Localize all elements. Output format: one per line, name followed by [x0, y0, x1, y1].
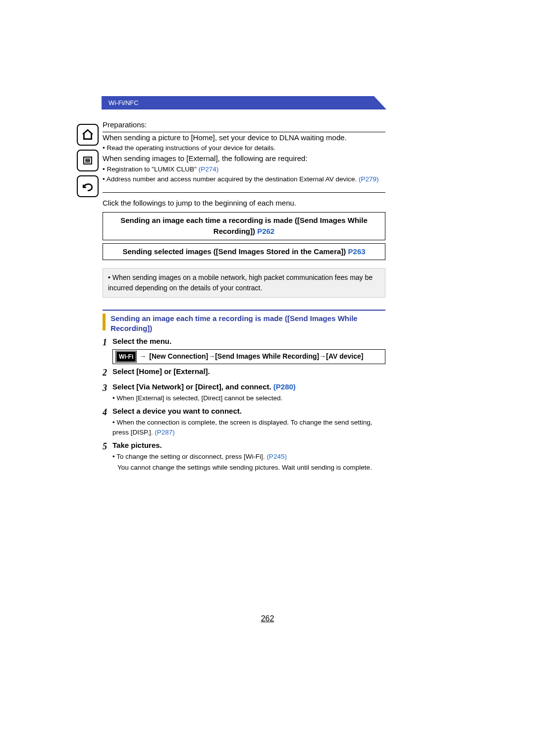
prep-bullet2a: • Registration to "LUMIX CLUB" (P274)	[103, 164, 385, 174]
home-icon[interactable]	[77, 124, 99, 146]
back-icon[interactable]	[77, 175, 99, 197]
step-4: 4 Select a device you want to connect. •…	[103, 406, 385, 438]
link-p279[interactable]: (P279)	[359, 175, 379, 183]
prep-bullet1: • Read the operating instructions of you…	[103, 143, 385, 153]
step-1: 1 Select the menu. Wi-Fi → [New Connecti…	[103, 336, 385, 364]
step-3: 3 Select [Via Network] or [Direct], and …	[103, 381, 385, 404]
prep-line1: When sending a picture to [Home], set yo…	[103, 132, 385, 144]
page-number: 262	[0, 614, 535, 623]
manual-page: Wi-Fi/NFC Preparations: When sending a p…	[0, 0, 535, 756]
link-p263[interactable]: P263	[348, 247, 366, 256]
wifi-chip: Wi-Fi	[116, 351, 136, 362]
arrow-icon: →	[139, 351, 146, 362]
sidebar-nav	[77, 124, 99, 197]
wifi-path-box: Wi-Fi → [New Connection]→[Send Images Wh…	[112, 349, 385, 364]
gold-accent-bar	[103, 314, 106, 330]
preparations-title: Preparations:	[103, 119, 385, 132]
link-p262[interactable]: P262	[257, 227, 274, 235]
jump-box-2[interactable]: Sending selected images ([Send Images St…	[103, 243, 385, 261]
step5-sub1: • To change the setting or disconnect, p…	[112, 452, 385, 462]
jump-text: Click the followings to jump to the begi…	[103, 198, 385, 209]
header-title: Wi-Fi/NFC	[108, 99, 139, 107]
link-p287[interactable]: (P287)	[155, 429, 175, 436]
section-heading-bar: Sending an image each time a recording i…	[103, 310, 385, 333]
jump-box-1[interactable]: Sending an image each time a recording i…	[103, 212, 385, 240]
step-2: 2 Select [Home] or [External].	[103, 366, 385, 379]
link-p245[interactable]: (P245)	[267, 453, 287, 460]
link-p280[interactable]: (P280)	[273, 382, 296, 391]
section-heading: Sending an image each time a recording i…	[110, 314, 378, 333]
link-p274[interactable]: (P274)	[199, 165, 219, 173]
steps-list: 1 Select the menu. Wi-Fi → [New Connecti…	[103, 336, 385, 473]
prep-bullet2b: • Address number and access number acqui…	[103, 174, 385, 184]
step-5: 5 Take pictures. • To change the setting…	[103, 440, 385, 473]
step3-title: Select [Via Network] or [Direct], and co…	[112, 381, 385, 393]
prep-line2: When sending images to [External], the f…	[103, 153, 385, 164]
section-header: Wi-Fi/NFC	[102, 96, 386, 109]
note-box: • When sending images on a mobile networ…	[103, 268, 385, 298]
menu-icon[interactable]	[77, 150, 99, 171]
step4-sub: • When the connection is complete, the s…	[112, 418, 385, 438]
page-content: Wi-Fi/NFC Preparations: When sending a p…	[102, 96, 386, 473]
